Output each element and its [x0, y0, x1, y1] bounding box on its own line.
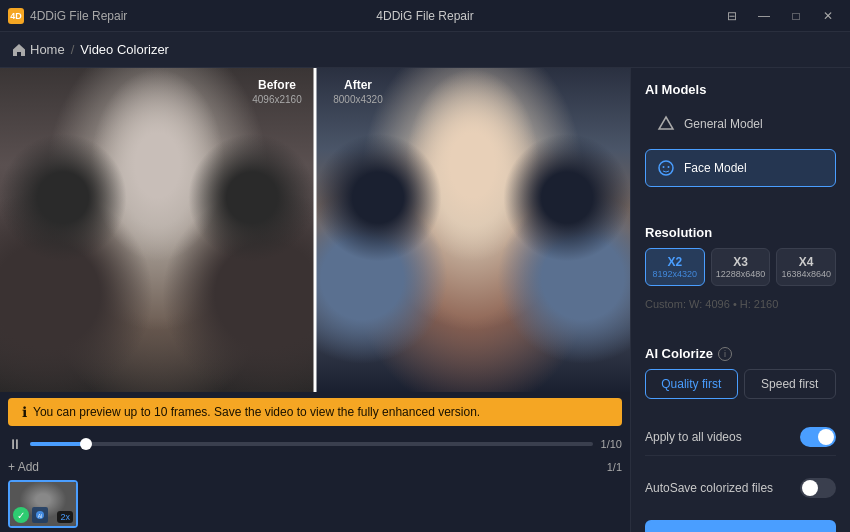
resolution-title: Resolution: [645, 225, 836, 240]
main-layout: Before 4096x2160 After 8000x4320 ℹ You c…: [0, 68, 850, 532]
video-comparison: [0, 68, 630, 392]
progress-fill: [30, 442, 86, 446]
custom-w-value: 4096: [705, 298, 729, 310]
playback-bar: ⏸ 1/10: [0, 432, 630, 456]
general-model-option[interactable]: General Model: [645, 105, 836, 143]
frame-counter: 1/10: [601, 438, 622, 450]
custom-h-value: 2160: [754, 298, 778, 310]
res-x3-button[interactable]: X3 12288x6480: [711, 248, 771, 286]
ai-colorize-title: AI Colorize: [645, 346, 713, 361]
right-panel: AI Models General Model: [630, 68, 850, 532]
autosave-label: AutoSave colorized files: [645, 481, 773, 495]
ai-models-section: AI Models General Model: [645, 82, 836, 193]
titlebar-center-title: 4DDiG File Repair: [376, 9, 473, 23]
speed-first-button[interactable]: Speed first: [744, 369, 837, 399]
breadcrumb-current: Video Colorizer: [80, 42, 169, 57]
custom-label: Custom:: [645, 298, 686, 310]
colorize-info-icon[interactable]: i: [718, 347, 732, 361]
info-notification-icon: ℹ: [22, 404, 27, 420]
autosave-row: AutoSave colorized files: [645, 470, 836, 506]
autosave-toggle[interactable]: [800, 478, 836, 498]
face-model-label: Face Model: [684, 161, 747, 175]
home-breadcrumb[interactable]: Home: [12, 42, 65, 57]
filmstrip: ✓ 2x AI: [0, 476, 630, 532]
add-button-label: + Add: [8, 460, 39, 474]
maximize-button[interactable]: □: [782, 6, 810, 26]
notification-bar: ℹ You can preview up to 10 frames. Save …: [8, 398, 622, 426]
close-button[interactable]: ✕: [814, 6, 842, 26]
home-icon: [12, 43, 26, 57]
window-controls: ⊟ — □ ✕: [718, 6, 842, 26]
resolution-section: Resolution X2 8192x4320 X3 12288x6480 X4…: [645, 225, 836, 314]
add-button[interactable]: + Add: [8, 460, 39, 474]
titlebar-left: 4D 4DDiG File Repair: [8, 8, 127, 24]
before-label-group: Before 4096x2160: [238, 76, 316, 105]
progress-track[interactable]: [30, 442, 593, 446]
video-area: Before 4096x2160 After 8000x4320 ℹ You c…: [0, 68, 630, 532]
before-image: [0, 68, 315, 392]
app-title: 4DDiG File Repair: [30, 9, 127, 23]
face-model-icon: [656, 158, 676, 178]
toggle-thumb-apply: [818, 429, 834, 445]
app-logo: 4D: [8, 8, 24, 24]
colorize-header: AI Colorize i: [645, 346, 836, 361]
save-button[interactable]: Save: [645, 520, 836, 532]
breadcrumb-separator: /: [71, 42, 75, 57]
general-model-label: General Model: [684, 117, 763, 131]
custom-sep: • H:: [733, 298, 754, 310]
apply-all-row: Apply to all videos: [645, 419, 836, 456]
filmstrip-bar: + Add 1/1: [0, 456, 630, 476]
res-x4-button[interactable]: X4 16384x8640: [776, 248, 836, 286]
titlebar: 4D 4DDiG File Repair 4DDiG File Repair ⊟…: [0, 0, 850, 32]
film-badge: 2x: [57, 511, 73, 523]
apply-all-label: Apply to all videos: [645, 430, 742, 444]
after-image: [315, 68, 630, 392]
res-x2-button[interactable]: X2 8192x4320: [645, 248, 705, 286]
resolution-options: X2 8192x4320 X3 12288x6480 X4 16384x8640: [645, 248, 836, 286]
quality-first-button[interactable]: Quality first: [645, 369, 738, 399]
filmstrip-page-counter: 1/1: [607, 461, 622, 473]
film-check-icon: ✓: [13, 507, 29, 523]
after-resolution: 8000x4320: [324, 94, 392, 105]
video-before: [0, 68, 315, 392]
svg-point-3: [659, 161, 673, 175]
notification-text: You can preview up to 10 frames. Save th…: [33, 405, 480, 419]
apply-all-toggle[interactable]: [800, 427, 836, 447]
ai-colorize-section: AI Colorize i Quality first Speed first: [645, 346, 836, 405]
svg-marker-2: [659, 117, 673, 129]
ai-models-title: AI Models: [645, 82, 836, 97]
custom-resolution: Custom: W: 4096 • H: 2160: [645, 294, 836, 314]
custom-w-label: W:: [689, 298, 705, 310]
progress-thumb[interactable]: [80, 438, 92, 450]
restore-button[interactable]: ⊟: [718, 6, 746, 26]
colorize-options: Quality first Speed first: [645, 369, 836, 399]
minimize-button[interactable]: —: [750, 6, 778, 26]
before-label: Before: [238, 76, 316, 94]
play-button[interactable]: ⏸: [8, 436, 22, 452]
toggle-thumb-autosave: [802, 480, 818, 496]
before-resolution: 4096x2160: [238, 94, 316, 105]
comparison-divider: [314, 68, 317, 392]
after-label: After: [324, 76, 392, 94]
after-label-group: After 8000x4320: [324, 76, 392, 105]
ai-badge-icon: AI: [35, 510, 45, 520]
general-model-icon: [656, 114, 676, 134]
face-model-option[interactable]: Face Model: [645, 149, 836, 187]
video-after: [315, 68, 630, 392]
svg-point-4: [663, 166, 665, 168]
svg-point-5: [668, 166, 670, 168]
ba-labels: Before 4096x2160 After 8000x4320: [238, 76, 392, 105]
film-thumbnail[interactable]: ✓ 2x AI: [8, 480, 78, 528]
breadcrumb: Home / Video Colorizer: [0, 32, 850, 68]
svg-text:AI: AI: [38, 513, 43, 519]
film-ai-icon: AI: [32, 507, 48, 523]
